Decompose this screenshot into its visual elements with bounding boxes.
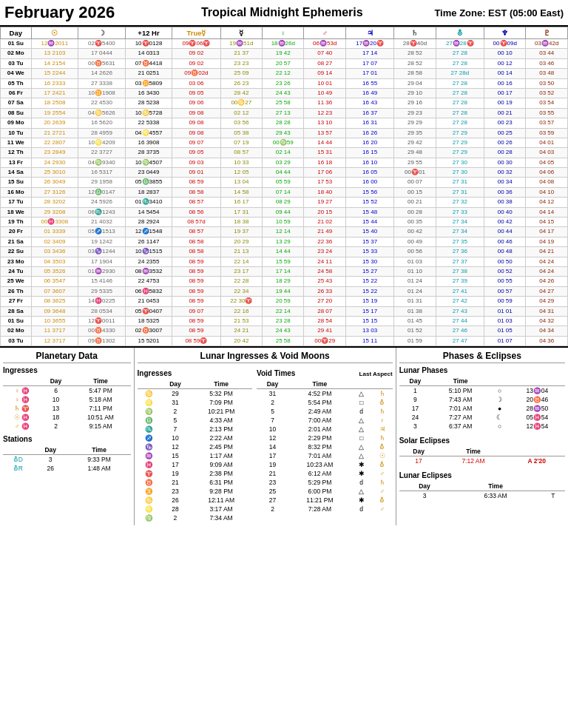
table-cell: 03 50 xyxy=(526,78,568,88)
li-sign: ♋ xyxy=(138,389,160,399)
table-cell: 17 31 xyxy=(220,207,262,217)
table-cell: 01 03 xyxy=(394,257,436,266)
lunar-eclipse-row: 36:33 AMT xyxy=(399,491,565,501)
table-cell: 04 21 xyxy=(526,247,568,257)
lp-col-day: Day xyxy=(399,377,431,386)
table-cell: 09 02 xyxy=(172,58,220,68)
le-type: T xyxy=(541,491,565,501)
table-cell: 09♉02d xyxy=(172,69,220,78)
vt-planet: ☉ xyxy=(372,451,393,460)
table-cell: 27 31 xyxy=(436,187,484,197)
table-cell: 10 33 xyxy=(220,158,262,167)
vt-day: 17 xyxy=(257,451,288,460)
table-cell: 15 44 xyxy=(345,218,393,227)
table-cell: 10♑1515 xyxy=(125,247,172,257)
table-cell: 21 53 xyxy=(220,316,262,326)
vt-day: 5 xyxy=(257,407,288,416)
station-row: ⛢R261:48 AM xyxy=(3,464,131,473)
li-day: 12 xyxy=(160,442,191,451)
table-cell: 04 19 xyxy=(526,237,568,246)
vt-day: 7 xyxy=(257,416,288,425)
table-cell: 27 29 xyxy=(436,138,484,147)
table-cell: 15 37 xyxy=(345,237,393,246)
table-cell: 10♋5728 xyxy=(125,108,172,118)
table-cell: 29 10 xyxy=(394,88,436,98)
col-header-jup: ♃ xyxy=(345,27,393,39)
lunar-ingresses-sub-title: Ingresses xyxy=(138,369,252,377)
table-cell: 26 23 xyxy=(220,78,262,88)
table-cell: 17 2421 xyxy=(31,88,78,98)
table-cell: 08 59 xyxy=(172,326,220,336)
li-day: 2 xyxy=(160,513,191,522)
table-cell: 02♈5400 xyxy=(78,39,126,49)
table-cell: 00♉4330 xyxy=(78,326,126,336)
stations-title: Stations xyxy=(3,435,131,443)
table-cell: 22 30♈ xyxy=(220,297,262,306)
table-cell: 17 53 xyxy=(304,178,345,187)
table-cell: 28 Sa xyxy=(1,306,32,316)
table-cell: 00 15 xyxy=(394,187,436,197)
lunar-ingress-row: ♈192:38 PM xyxy=(138,469,252,478)
table-cell: 17 06 xyxy=(304,168,345,178)
table-cell: 09 08 xyxy=(172,118,220,128)
li-time: 7:34 AM xyxy=(190,513,252,522)
table-cell: 03 06 xyxy=(172,78,220,88)
lunar-ingresses-panel: Lunar Ingresses & Void Moons Ingresses D… xyxy=(135,348,396,525)
table-row: 14 Sa25 301016 531723 044909 0112 0504 4… xyxy=(1,168,568,178)
table-cell: 01 45 xyxy=(394,316,436,326)
lp-day: 3 xyxy=(399,422,431,431)
table-cell: 03 57 xyxy=(526,118,568,128)
lp-time: 7:27 AM xyxy=(431,413,490,422)
table-cell: 10 3655 xyxy=(31,316,78,326)
table-cell: 25 58 xyxy=(263,98,304,108)
table-cell: 12 05 xyxy=(220,168,262,178)
vt-col-aspect xyxy=(351,380,372,389)
lunar-phases-table: Day Time 15:10 PM○13♒0497:43 AM☽20♉46177… xyxy=(399,377,565,431)
lp-symbol: ○ xyxy=(490,422,510,431)
vt-aspect: d xyxy=(351,505,372,513)
table-cell: 29 35 xyxy=(394,128,436,138)
table-cell: 27 39 xyxy=(436,277,484,286)
ingress-planet: ☉ ♓ xyxy=(3,413,41,422)
table-cell: 22 4753 xyxy=(125,277,172,286)
lp-col-val xyxy=(510,377,565,386)
table-cell: 25 43 xyxy=(304,277,345,286)
table-cell: 04 31 xyxy=(526,306,568,316)
table-cell: 15 5201 xyxy=(125,336,172,346)
li-time: 9:09 AM xyxy=(190,460,252,469)
vt-col-time: Time xyxy=(288,380,351,389)
table-cell: 00 25 xyxy=(484,128,526,138)
table-cell: 22 3727 xyxy=(78,148,126,158)
li-sign: ♐ xyxy=(138,434,160,442)
table-row: 04 We15 224414 262621 025109♉02d25 0922 … xyxy=(1,69,568,78)
table-cell: 14 2154 xyxy=(31,58,78,68)
li-day: 19 xyxy=(160,469,191,478)
table-cell: 00 57 xyxy=(484,286,526,296)
table-cell: 27 47 xyxy=(436,336,484,346)
table-cell: 28 58 xyxy=(394,69,436,78)
table-cell: 22 28 xyxy=(220,277,262,286)
table-cell: 04 01 xyxy=(526,138,568,147)
table-cell: 28 54 xyxy=(304,316,345,326)
le-time: 6:33 AM xyxy=(450,491,541,501)
table-cell: 27 32 xyxy=(436,198,484,207)
lunar-phase-row: 97:43 AM☽20♉46 xyxy=(399,395,565,404)
li-sign: ♍ xyxy=(138,407,160,416)
li-col-day: Day xyxy=(160,380,191,389)
table-cell: 20 29 xyxy=(220,237,262,246)
li-day: 7 xyxy=(160,425,191,434)
table-cell: 08 58 xyxy=(172,237,220,246)
table-cell: 23 0449 xyxy=(125,168,172,178)
table-cell: 04 06 xyxy=(526,168,568,178)
vt-day: 25 xyxy=(257,487,288,496)
col-header-true: True☿ xyxy=(172,27,220,39)
table-cell: 08 59 xyxy=(172,266,220,276)
table-cell: 12♐1548 xyxy=(125,227,172,237)
station-planet: ⛢D xyxy=(3,455,33,465)
table-cell: 13 29 xyxy=(263,237,304,246)
table-cell: 24 43 xyxy=(263,88,304,98)
table-cell: 12 14 xyxy=(263,227,304,237)
table-cell: 21 37 xyxy=(220,49,262,58)
col-header-sat: ♄ xyxy=(394,27,436,39)
table-cell: 27 30 xyxy=(436,158,484,167)
